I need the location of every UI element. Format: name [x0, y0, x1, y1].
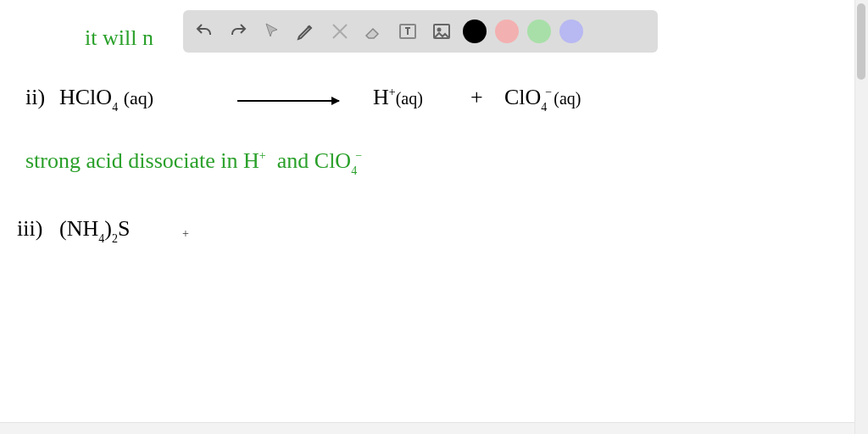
eq-ii-h-sup: +: [389, 86, 396, 98]
swatch-red[interactable]: [495, 19, 519, 43]
eq-iii-sub2: 2: [112, 232, 118, 245]
eq-ii-plus: +: [470, 85, 483, 110]
eq-ii-lhs-state: (aq): [124, 87, 153, 108]
eq-ii-lhs-text: HClO: [59, 85, 112, 109]
eq-ii-rhs-h: H+(aq): [373, 85, 423, 110]
annot-b: and ClO: [277, 148, 351, 173]
eq-ii-h: H: [373, 85, 389, 109]
reaction-arrow-icon: [237, 100, 339, 102]
eq-ii-h-state: (aq): [396, 89, 423, 108]
eq-iii-open: (NH: [59, 216, 98, 241]
annot-a-sup: +: [259, 149, 266, 162]
svg-point-2: [438, 29, 441, 31]
redo-icon[interactable]: [225, 19, 251, 44]
whiteboard-canvas[interactable]: it will n ii) HClO4 (aq) H+(aq) + ClO4−(…: [0, 0, 854, 422]
eq-ii-cl-sub: 4: [541, 101, 547, 114]
eq-ii-rhs-cl: ClO4−(aq): [504, 85, 581, 110]
annot-a: strong acid dissociate in H: [25, 148, 259, 173]
viewport: it will n ii) HClO4 (aq) H+(aq) + ClO4−(…: [0, 0, 868, 434]
swatch-black[interactable]: [463, 19, 487, 43]
eq-ii-cl-state: (aq): [554, 89, 581, 108]
eq-ii-label: ii): [25, 85, 45, 110]
eq-iii-tail: S: [118, 216, 130, 241]
eq-iii-label: iii): [17, 216, 42, 242]
swatch-purple[interactable]: [559, 19, 583, 43]
annot-b-sup: −: [355, 149, 362, 162]
eq-ii-lhs-sub: 4: [112, 101, 118, 114]
undo-icon[interactable]: [192, 19, 217, 44]
eq-iii-close: ): [104, 216, 112, 241]
horizontal-scrollbar[interactable]: [0, 422, 854, 434]
eraser-icon[interactable]: [361, 19, 387, 44]
pencil-icon[interactable]: [293, 19, 319, 44]
cursor-crosshair-icon: +: [182, 227, 189, 241]
text-box-icon[interactable]: [395, 19, 420, 44]
handwriting-line-1: it will n: [85, 25, 153, 51]
image-icon[interactable]: [429, 19, 454, 44]
tools-crossed-icon[interactable]: [327, 19, 353, 44]
eq-ii-lhs: HClO4 (aq): [59, 85, 153, 110]
eq-ii-cl: ClO: [504, 85, 541, 109]
pointer-icon[interactable]: [259, 19, 285, 44]
annot-b-sub: 4: [351, 164, 357, 177]
drawing-toolbar: [183, 10, 658, 53]
eq-iii-sub1: 4: [98, 232, 104, 245]
scrollbar-thumb[interactable]: [857, 3, 865, 80]
eq-iii: (NH4)2S: [59, 216, 130, 242]
vertical-scrollbar[interactable]: [854, 0, 868, 434]
annotation-line: strong acid dissociate in H+ and ClO4−: [25, 148, 364, 174]
eq-ii-cl-sup: −: [545, 86, 552, 98]
swatch-green[interactable]: [527, 19, 551, 43]
